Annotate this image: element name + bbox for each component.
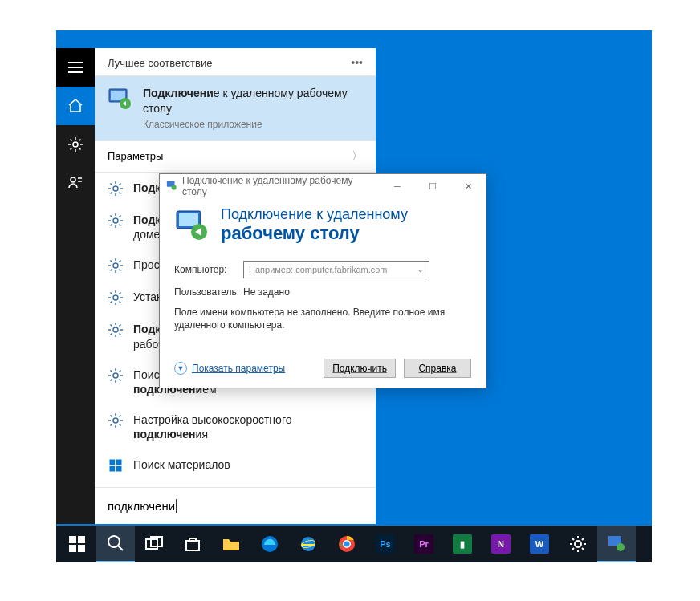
expand-arrow-icon: ▼	[174, 362, 187, 375]
hint-text: Поле имени компьютера не заполнено. Введ…	[174, 306, 471, 331]
chrome-icon[interactable]	[328, 526, 366, 562]
gear-icon	[108, 412, 124, 428]
gear-icon	[108, 290, 124, 306]
svg-rect-21	[69, 536, 76, 543]
banner-line1: Подключение к удаленному	[221, 206, 408, 223]
user-value: Не задано	[243, 286, 290, 298]
svg-rect-12	[110, 460, 116, 465]
settings-taskbar-icon[interactable]	[559, 526, 597, 562]
onenote-icon[interactable]: N	[482, 526, 520, 562]
gear-icon	[108, 258, 124, 274]
svg-point-25	[108, 536, 120, 547]
search-taskbar-button[interactable]	[96, 526, 135, 562]
svg-point-5	[113, 186, 118, 191]
svg-point-36	[617, 543, 625, 551]
task-view-button[interactable]	[135, 526, 173, 562]
minimize-button[interactable]: ─	[380, 174, 415, 198]
svg-point-8	[113, 295, 118, 300]
close-button[interactable]: ✕	[450, 174, 486, 198]
premiere-icon[interactable]: Pr	[405, 526, 443, 562]
store-icon	[108, 457, 124, 473]
svg-rect-24	[78, 545, 85, 552]
svg-point-7	[113, 263, 118, 268]
edge-icon[interactable]	[250, 526, 289, 562]
start-sidebar	[56, 48, 95, 524]
store-icon[interactable]	[173, 526, 212, 562]
svg-rect-19	[179, 213, 198, 226]
gear-icon	[108, 213, 124, 229]
svg-rect-22	[78, 536, 85, 543]
rdp-dialog: Подключение к удаленному рабочему столу …	[159, 173, 486, 388]
search-input[interactable]: подключени	[108, 499, 177, 513]
svg-rect-23	[69, 545, 76, 552]
best-match-item[interactable]: Подключение к удаленному рабочему столу …	[95, 76, 376, 140]
result-text: Поиск материалов	[133, 457, 230, 472]
result-item[interactable]: Настройка высокоскоростного подключения	[95, 404, 376, 449]
svg-point-6	[113, 218, 118, 223]
banner-line2: рабочему столу	[221, 223, 408, 243]
computer-label: Компьютер:	[174, 264, 235, 275]
svg-point-10	[113, 373, 118, 378]
svg-point-34	[575, 541, 581, 547]
rdp-title-icon	[166, 180, 177, 193]
svg-point-9	[113, 327, 118, 332]
svg-rect-13	[116, 460, 122, 465]
hamburger-button[interactable]	[56, 48, 95, 87]
app-icon-1[interactable]: ▮	[443, 526, 482, 562]
rdp-banner: Подключение к удаленному рабочему столу	[160, 198, 486, 256]
svg-point-17	[172, 185, 177, 189]
result-item[interactable]: Поиск материалов	[95, 449, 376, 481]
chevron-right-icon: 〉	[352, 149, 363, 164]
gear-icon	[108, 181, 124, 197]
explorer-icon[interactable]	[212, 526, 250, 562]
rdp-banner-icon	[174, 207, 210, 242]
more-icon[interactable]: •••	[351, 56, 363, 69]
chevron-down-icon: ⌄	[417, 264, 424, 274]
help-button[interactable]: Справка	[404, 359, 471, 378]
rdp-app-icon	[108, 86, 133, 112]
gear-icon	[108, 368, 124, 384]
show-params-link[interactable]: ▼ Показать параметры	[174, 362, 315, 375]
user-label: Пользователь:	[174, 286, 235, 298]
word-icon[interactable]: W	[520, 526, 559, 562]
start-button[interactable]	[58, 526, 96, 562]
svg-point-33	[344, 542, 350, 547]
params-section-header[interactable]: Параметры 〉	[95, 140, 376, 173]
maximize-button[interactable]: ☐	[415, 174, 450, 198]
taskbar: Ps Pr ▮ N W	[56, 526, 652, 562]
svg-point-11	[113, 418, 118, 423]
settings-button[interactable]	[56, 125, 95, 164]
svg-point-1	[71, 177, 75, 182]
search-input-row[interactable]: подключени	[95, 487, 376, 524]
svg-rect-14	[110, 466, 116, 472]
gear-icon	[108, 322, 124, 338]
rdp-window-title: Подключение к удаленному рабочему столу	[182, 175, 380, 197]
ie-icon[interactable]	[289, 526, 328, 562]
home-button[interactable]	[56, 87, 95, 125]
rdp-taskbar-icon[interactable]	[597, 526, 636, 562]
svg-point-0	[73, 142, 78, 147]
best-match-text: Подключение к удаленному рабочему столу …	[143, 86, 363, 131]
computer-combobox[interactable]: Например: computer.fabrikam.com ⌄	[243, 261, 429, 278]
connect-button[interactable]: Подключить	[324, 359, 396, 378]
svg-rect-15	[116, 466, 122, 472]
best-match-header: Лучшее соответствие •••	[95, 48, 376, 76]
photoshop-icon[interactable]: Ps	[366, 526, 405, 562]
rdp-titlebar[interactable]: Подключение к удаленному рабочему столу …	[160, 174, 486, 198]
feedback-button[interactable]	[56, 164, 95, 202]
result-text: Настройка высокоскоростного подключения	[133, 412, 363, 441]
